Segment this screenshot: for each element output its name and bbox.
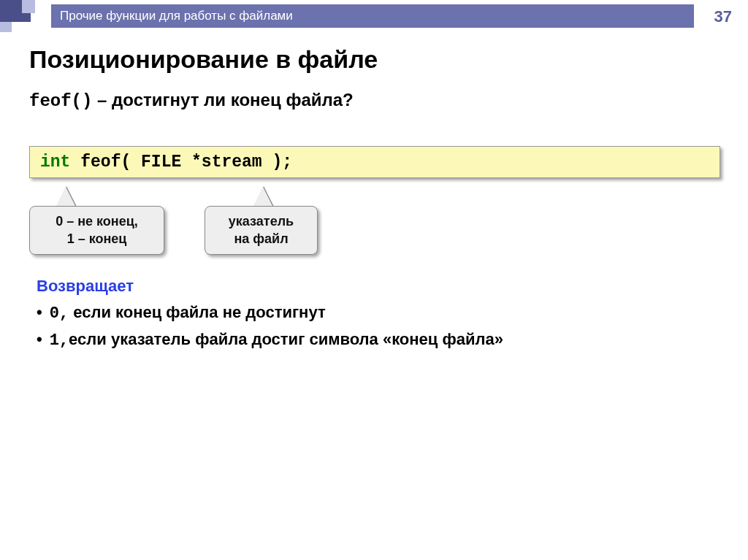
bullet-item: • 0, если конец файла не достигнут bbox=[37, 303, 726, 323]
bullet-text: если конец файла не достигнут bbox=[69, 303, 326, 321]
code-declaration: int feof( FILE *stream ); bbox=[29, 146, 720, 178]
callout-pointer-icon bbox=[253, 187, 273, 207]
returns-label: Возвращает bbox=[37, 277, 726, 296]
slide-header: Прочие функции для работы с файлами 37 bbox=[0, 0, 748, 32]
bullet-item: • 1,если указатель файла достиг символа … bbox=[37, 330, 726, 350]
code-keyword: int bbox=[40, 153, 70, 172]
callout-line: указатель bbox=[215, 212, 307, 230]
header-title: Прочие функции для работы с файлами bbox=[51, 4, 694, 28]
slide-content: Позиционирование в файле feof() – достиг… bbox=[0, 32, 748, 350]
callout-line: 0 – не конец, bbox=[40, 212, 153, 230]
subtitle: feof() – достигнут ли конец файла? bbox=[29, 90, 726, 111]
bullet-code: 0, bbox=[50, 304, 69, 323]
callout-file-pointer: указатель на файл bbox=[205, 206, 318, 255]
callout-line: на файл bbox=[215, 230, 307, 248]
callouts: 0 – не конец, 1 – конец указатель на фай… bbox=[29, 178, 726, 255]
subtitle-func: feof() bbox=[29, 91, 92, 111]
returns-section: Возвращает • 0, если конец файла не дост… bbox=[37, 277, 726, 350]
callout-return-value: 0 – не конец, 1 – конец bbox=[29, 206, 164, 255]
subtitle-dash: – bbox=[92, 90, 112, 110]
logo-icon bbox=[0, 0, 47, 32]
subtitle-text: достигнут ли конец файла? bbox=[112, 90, 354, 110]
page-number: 37 bbox=[714, 7, 732, 26]
code-rest: feof( FILE *stream ); bbox=[70, 153, 292, 172]
bullet-text: если указатель файла достиг символа «кон… bbox=[69, 330, 503, 348]
bullet-code: 1, bbox=[50, 331, 69, 350]
callout-line: 1 – конец bbox=[40, 230, 153, 248]
bullet-dot-icon: • bbox=[37, 330, 42, 349]
bullet-dot-icon: • bbox=[37, 303, 42, 322]
callout-pointer-icon bbox=[56, 187, 76, 207]
slide-title: Позиционирование в файле bbox=[29, 45, 726, 74]
